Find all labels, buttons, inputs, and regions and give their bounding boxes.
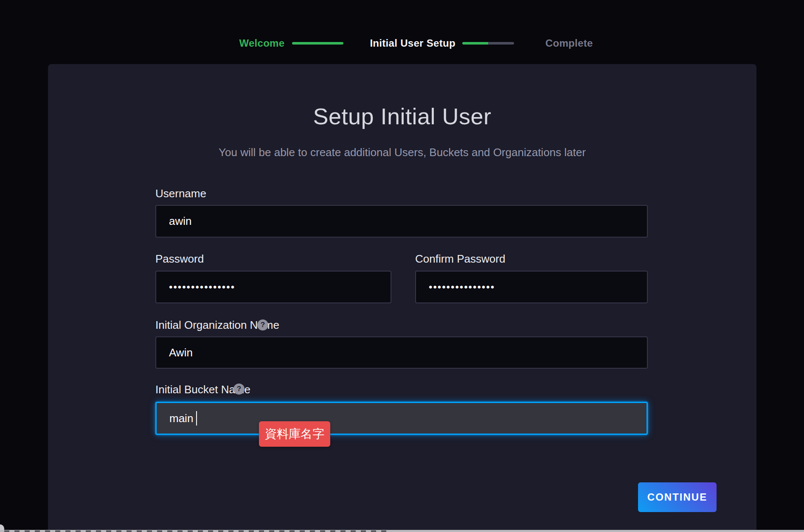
continue-button[interactable]: CONTINUE: [638, 482, 717, 512]
bucket-input-wrap: [155, 402, 648, 435]
username-label: Username: [155, 187, 206, 200]
password-label: Password: [155, 252, 204, 266]
step-progress-line-2: [462, 42, 514, 45]
page-subtitle: You will be able to create additional Us…: [48, 146, 756, 159]
username-input[interactable]: [155, 205, 648, 238]
organization-help-question-mark-icon[interactable]: ?: [257, 319, 268, 330]
step-initial-user-setup: Initial User Setup: [370, 37, 455, 49]
page-title: Setup Initial User: [48, 103, 756, 129]
step-complete: Complete: [545, 37, 593, 49]
bottom-edge-marks: [4, 530, 386, 532]
text-cursor: [196, 411, 197, 426]
bucket-tooltip: 資料庫名字: [259, 421, 330, 447]
confirm-password-input[interactable]: [415, 271, 648, 303]
organization-input[interactable]: [155, 336, 648, 369]
setup-stepper: Welcome Initial User Setup Complete: [0, 36, 804, 50]
step-progress-line-1: [292, 42, 343, 45]
password-input[interactable]: [155, 271, 391, 303]
step-welcome: Welcome: [239, 37, 284, 49]
bucket-input[interactable]: [155, 402, 648, 435]
bottom-edge-strip: [0, 530, 804, 532]
bucket-help-question-mark-icon[interactable]: ?: [233, 384, 245, 395]
confirm-password-label: Confirm Password: [415, 252, 505, 266]
setup-panel: Setup Initial User You will be able to c…: [48, 64, 756, 532]
